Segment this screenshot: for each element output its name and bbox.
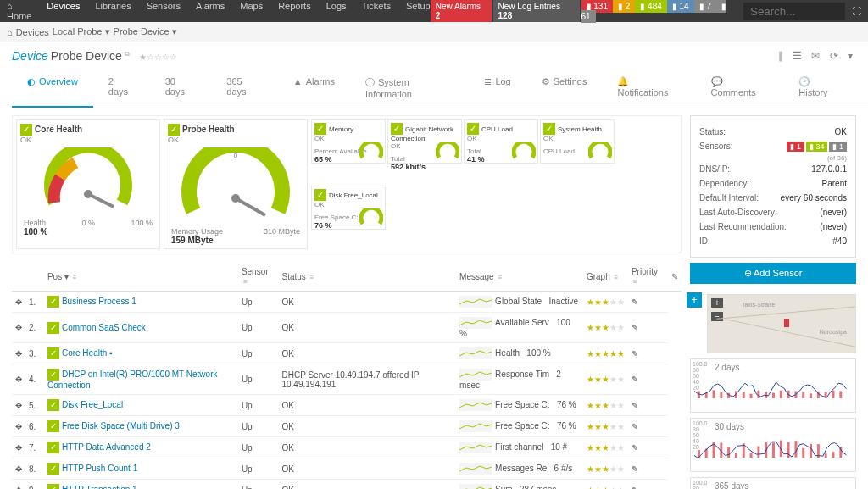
breadcrumb-item[interactable]: Local Probe ▾ [53, 26, 110, 37]
search-input[interactable] [743, 3, 845, 20]
history-chart-2days[interactable]: 100.0806040202 days [690, 358, 856, 413]
column-header[interactable]: Status ≡ [278, 262, 456, 292]
tab-settings[interactable]: ⚙Settings [526, 69, 603, 108]
priority-stars[interactable]: ★★★★★ [583, 313, 628, 343]
location-map[interactable]: + − Taxis-Straße Nordostpa [707, 294, 856, 353]
drag-handle-icon[interactable]: ✥ [12, 416, 25, 437]
new-log-badge[interactable]: New Log Entries 128 [493, 0, 580, 22]
status-flag[interactable]: ▮ 2 [613, 0, 635, 13]
table-row[interactable]: ✥4.✓DHCP on Intel(R) PRO/1000 MT Network… [12, 364, 682, 395]
history-chart-30days[interactable]: 100.08060402030 days [690, 418, 856, 472]
tab-notifications[interactable]: 🔔Notifications [602, 69, 695, 108]
edit-icon[interactable]: ✎ [628, 292, 668, 313]
drag-handle-icon[interactable]: ✥ [12, 292, 25, 313]
breadcrumb-item[interactable]: Devices [16, 27, 49, 37]
zoom-out-icon[interactable]: − [711, 312, 723, 321]
nav-libraries[interactable]: Libraries [95, 1, 131, 21]
table-row[interactable]: ✥8.✓HTTP Push Count 1UpOKMessages Re 6 #… [12, 458, 682, 480]
nav-alarms[interactable]: Alarms [196, 1, 225, 21]
priority-stars[interactable]: ★★★★★ [583, 292, 628, 313]
edit-icon[interactable]: ✎ [628, 364, 668, 395]
edit-icon[interactable]: ✎ [628, 313, 668, 343]
tab-365-days[interactable]: 365 days [211, 69, 277, 108]
column-header[interactable]: ✎ [668, 262, 682, 292]
edit-icon[interactable]: ✎ [628, 480, 668, 490]
edit-icon[interactable]: ✎ [628, 437, 668, 458]
column-header[interactable] [12, 262, 25, 292]
edit-icon[interactable]: ✎ [628, 343, 668, 364]
table-row[interactable]: ✥2.✓Common SaaS CheckUpOKAvailable Serv … [12, 313, 682, 343]
tab-overview[interactable]: ◐Overview [12, 69, 93, 108]
priority-stars[interactable]: ★★★★★ [583, 458, 628, 480]
tab-30-days[interactable]: 30 days [150, 69, 212, 108]
table-row[interactable]: ✥6.✓Free Disk Space (Multi Drive) 3UpOKF… [12, 416, 682, 437]
drag-handle-icon[interactable]: ✥ [12, 364, 25, 395]
edit-icon[interactable]: ✎ [628, 458, 668, 480]
drag-handle-icon[interactable]: ✥ [12, 480, 25, 490]
new-alarms-badge[interactable]: New Alarms 2 [431, 0, 492, 22]
drag-handle-icon[interactable]: ✥ [12, 437, 25, 458]
tab-comments[interactable]: 💬Comments [696, 69, 784, 108]
column-header[interactable]: Sensor ≡ [238, 262, 279, 292]
history-chart-365days[interactable]: 100.080604020365 days [690, 477, 856, 489]
nav-logs[interactable]: Logs [326, 1, 347, 21]
breadcrumb-item[interactable]: Probe Device ▾ [114, 26, 177, 37]
column-header[interactable]: Priority ≡ [628, 262, 668, 292]
priority-stars[interactable]: ★★★★★ [583, 437, 628, 458]
mini-gauge[interactable]: ✓Gigabit Network ConnectionOKTotal592 kb… [387, 119, 462, 164]
edit-icon[interactable]: ✎ [671, 272, 678, 281]
info-row: ID:#40 [699, 234, 847, 248]
svg-line-0 [88, 194, 114, 207]
nav-setup[interactable]: Setup [406, 1, 431, 21]
status-flag[interactable]: ▮ 14 [667, 0, 694, 13]
drag-handle-icon[interactable]: ✥ [12, 395, 25, 416]
status-flag[interactable]: ▮ 7 [694, 0, 716, 13]
priority-stars[interactable]: ★★★★★ [583, 416, 628, 437]
table-row[interactable]: ✥7.✓HTTP Data Advanced 2UpOKFirst channe… [12, 437, 682, 458]
table-row[interactable]: ✥1.✓Business Process 1UpOKGlobal State I… [12, 292, 682, 313]
edit-icon[interactable]: ✎ [628, 395, 668, 416]
nav-sensors[interactable]: Sensors [147, 1, 181, 21]
column-header[interactable]: Message ≡ [456, 262, 583, 292]
table-row[interactable]: ✥5.✓Disk Free_LocalUpOKFree Space C: 76 … [12, 395, 682, 416]
column-header[interactable] [25, 262, 44, 292]
nav-tickets[interactable]: Tickets [362, 1, 391, 21]
table-row[interactable]: ✥9.✓HTTP Transaction 1UpOKSum 287 msec★★… [12, 480, 682, 490]
mini-gauge[interactable]: ✓System HealthOKCPU Load [540, 119, 615, 164]
tab-2-days[interactable]: 2 days [93, 69, 150, 108]
tab-system-information[interactable]: ⓘSystem Information [350, 69, 469, 108]
mini-gauge[interactable]: ✓CPU LoadOKTotal41 % [464, 119, 538, 164]
table-row[interactable]: ✥3.✓Core Health ▪UpOKHealth 100 %★★★★★✎ [12, 343, 682, 364]
drag-handle-icon[interactable]: ✥ [12, 313, 25, 343]
header-action-icons[interactable]: ∥ ☰ ✉ ⟳ ▾ [778, 50, 856, 62]
priority-stars[interactable]: ★★★★★ [583, 395, 628, 416]
svg-rect-23 [698, 392, 700, 398]
status-flag[interactable]: ▮ 484 [635, 0, 666, 13]
tab-log[interactable]: ≣Log [469, 69, 526, 108]
column-header[interactable]: Graph ≡ [583, 262, 628, 292]
add-map-button[interactable]: + [687, 292, 702, 308]
nav-devices[interactable]: Devices [47, 1, 80, 21]
column-header[interactable]: Pos ▾ ≡ [44, 262, 238, 292]
tab-history[interactable]: 🕑History [783, 69, 856, 108]
breadcrumb-item[interactable]: ⌂ [7, 27, 13, 37]
zoom-in-icon[interactable]: + [711, 298, 723, 308]
core-health-gauge[interactable]: ✓Core Health OK Health0 %100 % 100 % [16, 119, 160, 249]
priority-stars[interactable]: ★★★★★ [583, 343, 628, 364]
tab-alarms[interactable]: ▲Alarms [278, 69, 350, 108]
nav-reports[interactable]: Reports [278, 1, 311, 21]
mini-gauge[interactable]: ✓Disk Free_LocalOKFree Space C:76 % [311, 186, 386, 230]
rating-stars[interactable]: ★☆☆☆☆ [139, 53, 177, 62]
check-icon: ✓ [47, 463, 59, 475]
drag-handle-icon[interactable]: ✥ [12, 458, 25, 480]
add-sensor-button[interactable]: ⊕ Add Sensor [690, 263, 856, 284]
priority-stars[interactable]: ★★★★★ [583, 480, 628, 490]
mini-gauge[interactable]: ✓MemoryOKPercent Available65 % [311, 119, 386, 164]
priority-stars[interactable]: ★★★★★ [583, 364, 628, 395]
fullscreen-icon[interactable]: ⛶ [852, 6, 861, 16]
nav-maps[interactable]: Maps [240, 1, 263, 21]
nav-home[interactable]: ⌂ Home [7, 1, 31, 21]
probe-health-gauge[interactable]: ✓Probe Health OK 0 Memory Usage310 MByte… [164, 119, 308, 249]
edit-icon[interactable]: ✎ [628, 416, 668, 437]
drag-handle-icon[interactable]: ✥ [12, 343, 25, 364]
